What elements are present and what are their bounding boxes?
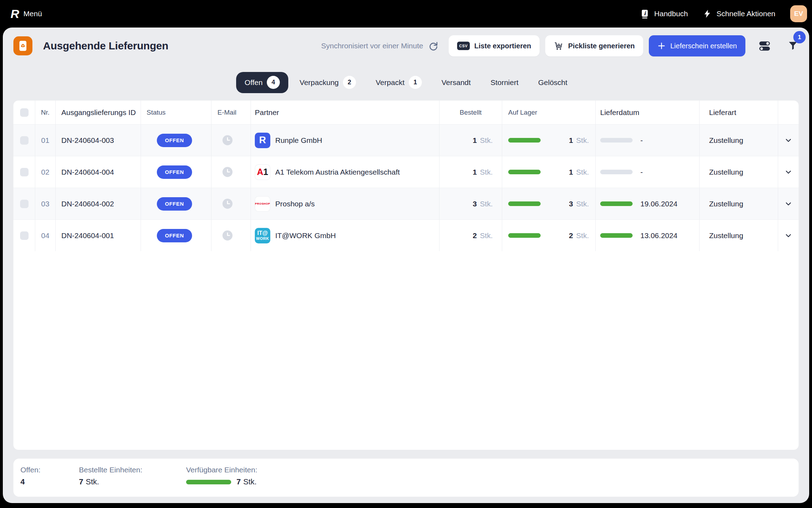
tab-label: Verpackung	[300, 78, 339, 87]
expand-row-chevron-icon[interactable]	[784, 231, 793, 240]
refresh-button[interactable]	[428, 41, 438, 51]
stock-unit: Stk.	[576, 200, 589, 208]
table-row[interactable]: 01 DN-240604-003 OFFEN R Runple GmbH 1 S…	[13, 124, 799, 156]
partner-name: IT@WORK GmbH	[275, 231, 336, 240]
expand-row-chevron-icon[interactable]	[784, 136, 793, 145]
column-header-ordered: Bestellt	[439, 101, 502, 124]
row-number: 02	[35, 156, 56, 188]
partner-logo: A 1	[255, 164, 270, 180]
row-checkbox[interactable]	[20, 168, 29, 176]
handbook-info-icon: i	[640, 9, 650, 19]
sync-status: Synchronisiert vor einer Minute	[321, 42, 423, 50]
row-number: 01	[35, 125, 56, 156]
status-badge: OFFEN	[157, 229, 192, 242]
stock-unit: Stk.	[576, 168, 589, 176]
partner-logo-text: A	[257, 168, 263, 176]
create-delivery-note-label: Lieferschein erstellen	[670, 42, 737, 50]
stock-progress-bar	[508, 138, 541, 143]
open-count-label: Offen:	[20, 466, 79, 474]
column-header-status: Status	[141, 101, 211, 124]
table-row[interactable]: 03 DN-240604-002 OFFEN PROSHOP Proshop a…	[13, 188, 799, 219]
tab-count-badge: 1	[409, 76, 422, 89]
delivery-date: -	[640, 168, 643, 176]
status-tabs: Offen 4 Verpackung 2 Verpackt 1 Versandt…	[13, 64, 799, 101]
row-checkbox[interactable]	[20, 231, 29, 240]
partner-logo-text: R	[259, 135, 266, 145]
stock-qty: 1	[569, 168, 573, 176]
partner-logo: PROSHOP	[255, 196, 270, 212]
email-pending-clock-icon	[222, 135, 233, 146]
tab-count-badge: 4	[267, 76, 280, 89]
delivery-type: Zustellung	[700, 125, 778, 156]
delivery-id: DN-240604-002	[56, 188, 141, 219]
tab-verpackt[interactable]: Verpackt 1	[367, 72, 430, 93]
stock-progress-bar	[508, 170, 541, 174]
expand-row-chevron-icon[interactable]	[784, 200, 793, 208]
select-all-checkbox[interactable]	[20, 108, 29, 117]
handbook-label: Handbuch	[654, 10, 688, 18]
delivery-id: DN-240604-001	[56, 220, 141, 251]
menu-label: Menü	[24, 10, 42, 18]
summary-footer: Offen: 4 Bestellte Einheiten: 7 Stk. Ver…	[13, 459, 799, 497]
generate-picklist-button[interactable]: Pickliste generieren	[545, 35, 643, 56]
partner-logo: R	[255, 133, 270, 148]
ordered-unit: Stk.	[480, 231, 493, 240]
tab-label: Offen	[245, 78, 263, 87]
avatar[interactable]: EV	[790, 5, 807, 22]
ordered-unit: Stk.	[480, 200, 493, 208]
filter-button[interactable]: 1	[787, 40, 799, 52]
open-count-value: 4	[20, 477, 25, 486]
stock-qty: 2	[569, 231, 573, 240]
ordered-qty: 3	[473, 200, 477, 208]
create-delivery-note-button[interactable]: Lieferschein erstellen	[649, 35, 745, 56]
column-settings-button[interactable]	[758, 40, 771, 52]
export-list-button[interactable]: CSV Liste exportieren	[449, 35, 540, 56]
tab-geloescht[interactable]: Gelöscht	[530, 72, 576, 93]
delivery-type: Zustellung	[700, 156, 778, 188]
row-checkbox[interactable]	[20, 200, 29, 208]
column-header-actions	[778, 101, 799, 124]
tab-storniert[interactable]: Storniert	[482, 72, 527, 93]
tab-label: Verpackt	[376, 78, 405, 87]
delivery-type: Zustellung	[700, 220, 778, 251]
tab-versandt[interactable]: Versandt	[433, 72, 479, 93]
delivery-date-progress-bar	[600, 233, 633, 238]
ordered-unit: Stk.	[480, 168, 493, 176]
quick-actions-label: Schnelle Aktionen	[716, 10, 775, 18]
tab-verpackung[interactable]: Verpackung 2	[291, 72, 364, 93]
column-header-nr: Nr.	[35, 101, 56, 124]
deliveries-table: Nr. Ausgangslieferungs ID Status E-Mail …	[13, 101, 799, 450]
tab-label: Versandt	[442, 78, 471, 87]
partner-name: Runple GmbH	[275, 136, 322, 145]
partner-logo-text: 1	[263, 168, 268, 176]
ordered-units-value: 7	[79, 477, 83, 486]
ordered-qty: 1	[473, 136, 477, 145]
delivery-date-progress-bar	[600, 138, 633, 143]
page-title: Ausgehende Lieferungen	[43, 40, 168, 52]
tab-offen[interactable]: Offen 4	[236, 72, 288, 93]
cart-icon	[554, 41, 564, 51]
tab-count-badge: 2	[343, 76, 356, 89]
partner-name: A1 Telekom Austria Aktiengesellschaft	[275, 168, 400, 176]
table-row[interactable]: 02 DN-240604-004 OFFEN A 1 A1 Telekom Au…	[13, 156, 799, 188]
table-row[interactable]: 04 DN-240604-001 OFFEN IT@ WORK IT@WORK …	[13, 219, 799, 251]
row-number: 04	[35, 220, 56, 251]
menu-button[interactable]: R Menü	[11, 8, 42, 20]
expand-row-chevron-icon[interactable]	[784, 168, 793, 176]
export-list-label: Liste exportieren	[474, 42, 531, 50]
column-header-date: Lieferdatum	[596, 101, 700, 124]
delivery-id: DN-240604-003	[56, 125, 141, 156]
row-checkbox[interactable]	[20, 136, 29, 145]
refresh-icon	[428, 41, 438, 51]
partner-logo-text: IT@	[257, 230, 268, 236]
delivery-id: DN-240604-004	[56, 156, 141, 188]
available-units-label: Verfügbare Einheiten:	[186, 466, 257, 474]
quick-actions-button[interactable]: Schnelle Aktionen	[703, 9, 775, 19]
stock-unit: Stk.	[576, 136, 589, 145]
available-units-value: 7	[236, 477, 241, 486]
ordered-units-label: Bestellte Einheiten:	[79, 466, 186, 474]
ordered-unit: Stk.	[480, 136, 493, 145]
handbook-button[interactable]: i Handbuch	[640, 9, 688, 19]
delivery-date: -	[640, 136, 643, 145]
column-header-type: Lieferart	[700, 101, 778, 124]
